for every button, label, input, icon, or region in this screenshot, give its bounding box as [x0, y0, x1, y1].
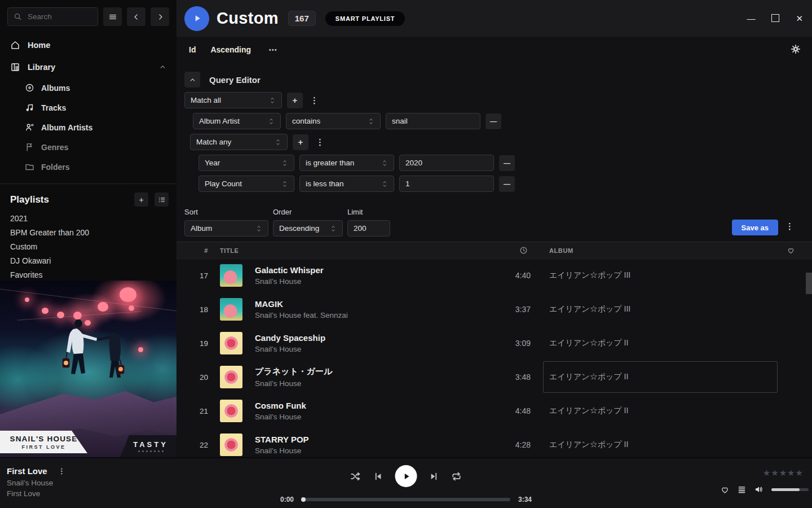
sidebar-item-label: Tracks — [41, 103, 66, 112]
remove-rule-button[interactable]: — — [499, 176, 515, 192]
table-row[interactable]: 18 MAGIK Snail’s House feat. Sennzai 3:3… — [176, 292, 812, 326]
limit-input[interactable] — [347, 220, 390, 237]
menu-button[interactable] — [103, 7, 122, 26]
favorite-column-heart-icon[interactable] — [787, 242, 795, 259]
add-playlist-button[interactable]: + — [134, 192, 148, 207]
star-icon[interactable]: ★ — [763, 468, 770, 477]
sort-direction-button[interactable]: Ascending — [210, 45, 251, 54]
rule-operator-select[interactable]: is greater than — [299, 155, 394, 171]
track-album[interactable]: エイリアン☆ポップ III — [543, 294, 778, 325]
match-select[interactable]: Match all — [184, 92, 282, 108]
play-icon — [401, 472, 411, 481]
play-icon — [192, 14, 202, 23]
now-playing-album-art[interactable]: SNAIL'S HOUSE FIRST LOVE TASTY — [0, 281, 176, 457]
sidebar-item-tracks[interactable]: Tracks — [0, 98, 176, 117]
repeat-button[interactable] — [451, 471, 462, 482]
close-button[interactable]: ✕ — [796, 14, 803, 23]
progress-thumb[interactable] — [301, 497, 306, 502]
table-row[interactable]: 19 Candy Spaceship Snail’s House 3:09 エイ… — [176, 326, 812, 360]
track-album[interactable]: エイリアン☆ポップ II — [543, 395, 778, 427]
chevron-up-icon[interactable] — [159, 63, 166, 71]
shuffle-button[interactable] — [350, 471, 361, 482]
rule-value-input[interactable] — [399, 176, 494, 192]
star-icon[interactable]: ★ — [779, 468, 787, 477]
favorite-heart-button[interactable] — [720, 485, 730, 494]
track-album[interactable]: エイリアン☆ポップ III — [543, 260, 778, 291]
table-row[interactable]: 22 STARRY POP Snail’s House 4:28 エイリアン☆ポ… — [176, 428, 812, 457]
track-album[interactable]: エイリアン☆ポップ II — [543, 429, 778, 457]
gear-icon[interactable] — [791, 44, 801, 54]
more-options-button[interactable]: ••• — [269, 47, 277, 53]
table-row[interactable]: 21 Cosmo Funk Snail’s House 4:48 エイリアン☆ポ… — [176, 394, 812, 428]
duration-column-clock-icon[interactable] — [519, 242, 528, 259]
previous-track-button[interactable] — [373, 471, 383, 481]
minus-icon: — — [504, 180, 510, 188]
search-input[interactable] — [27, 12, 92, 21]
group-kebab-menu[interactable]: ⋮ — [308, 95, 321, 106]
match-select[interactable]: Match any — [190, 134, 288, 150]
star-icon[interactable]: ★ — [796, 468, 803, 477]
column-album[interactable]: ALBUM — [549, 242, 573, 259]
add-rule-button[interactable]: + — [287, 93, 303, 108]
now-playing-kebab-menu[interactable]: ⋮ — [56, 467, 68, 475]
order-select[interactable]: Descending — [273, 220, 343, 237]
sidebar-item-library[interactable]: Library — [0, 56, 176, 78]
playlist-item[interactable]: DJ Okawari — [10, 254, 166, 268]
rule-operator-select[interactable]: contains — [286, 113, 381, 129]
star-icon[interactable]: ★ — [787, 468, 795, 477]
volume-icon[interactable] — [754, 484, 764, 494]
nav-back-button[interactable] — [127, 7, 145, 26]
collapse-query-editor-button[interactable] — [184, 72, 200, 87]
column-title[interactable]: TITLE — [220, 242, 239, 259]
track-album[interactable]: エイリアン☆ポップ II — [543, 327, 778, 359]
track-album-focused-cell[interactable]: エイリアン☆ポップ II — [543, 361, 778, 393]
rule-value-input[interactable] — [399, 155, 494, 171]
sort-field-button[interactable]: Id — [189, 45, 196, 54]
play-pause-button[interactable] — [395, 465, 417, 487]
queue-button[interactable] — [737, 485, 747, 494]
rule-field-select[interactable]: Album Artist — [193, 113, 281, 129]
maximize-button[interactable] — [771, 14, 779, 22]
sidebar-item-label: Library — [28, 63, 55, 72]
albums-icon — [25, 83, 34, 93]
sidebar-item-home[interactable]: Home — [0, 34, 176, 56]
search-box[interactable] — [7, 7, 98, 26]
star-icon[interactable]: ★ — [771, 468, 778, 477]
group-kebab-menu[interactable]: ⋮ — [314, 137, 326, 147]
now-playing-info: First Love ⋮ Snail’s House First Love — [7, 466, 68, 498]
rule-field-select[interactable]: Year — [198, 155, 294, 171]
add-rule-button[interactable]: + — [293, 134, 308, 150]
minimize-button[interactable]: — — [747, 14, 755, 23]
minus-icon: — — [490, 117, 497, 125]
sidebar-item-genres[interactable]: Genres — [0, 137, 176, 157]
sidebar-item-folders[interactable]: Folders — [0, 157, 176, 177]
nav-forward-button[interactable] — [151, 7, 169, 26]
manage-playlists-button[interactable] — [155, 192, 169, 207]
rule-operator-select[interactable]: is less than — [299, 176, 394, 192]
save-as-button[interactable]: Save as — [732, 220, 778, 235]
track-artist: Snail’s House — [255, 277, 324, 286]
rule-value-input[interactable] — [386, 113, 480, 129]
playlist-item[interactable]: 2021 — [10, 212, 166, 226]
column-index[interactable]: # — [176, 242, 208, 259]
play-playlist-button[interactable] — [184, 6, 209, 31]
remove-rule-button[interactable]: — — [486, 113, 501, 129]
tracks-icon — [25, 103, 34, 112]
sort-select[interactable]: Album — [184, 220, 268, 237]
sidebar-item-album-artists[interactable]: Album Artists — [0, 117, 176, 137]
sidebar-item-albums[interactable]: Albums — [0, 78, 176, 98]
playlist-item[interactable]: BPM Greater than 200 — [10, 226, 166, 240]
track-art-thumbnail — [220, 332, 242, 354]
progress-slider[interactable] — [302, 498, 510, 501]
track-duration: 4:40 — [481, 271, 531, 280]
volume-slider[interactable] — [771, 488, 809, 491]
playlist-item[interactable]: Custom — [10, 240, 166, 254]
table-row[interactable]: 17 Galactic Whisper Snail’s House 4:40 エ… — [176, 259, 812, 292]
rule-field-select[interactable]: Play Count — [198, 176, 294, 192]
scrollbar-thumb[interactable] — [806, 273, 812, 294]
next-track-button[interactable] — [429, 471, 439, 481]
now-playing-title: First Love — [7, 466, 47, 476]
save-kebab-menu[interactable]: ⋮ — [783, 221, 796, 231]
remove-rule-button[interactable]: — — [499, 155, 515, 171]
table-row[interactable]: 20 プラネット・ガール Snail’s House 3:48 エイリアン☆ポッ… — [176, 360, 812, 394]
